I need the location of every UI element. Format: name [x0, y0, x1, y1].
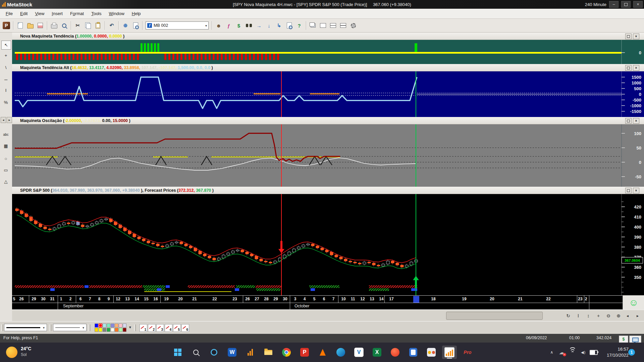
zoom-icon[interactable] — [130, 21, 141, 30]
pane-restore-button[interactable] — [625, 118, 632, 124]
rectangle-tool[interactable]: ▭ — [1, 166, 10, 174]
template-button-4[interactable]: 4 — [165, 324, 172, 332]
print-preview-icon[interactable] — [59, 21, 69, 30]
color-swatch[interactable] — [103, 328, 106, 332]
color-swatch[interactable] — [111, 323, 114, 327]
paste-icon[interactable] — [93, 21, 103, 30]
percent-tool[interactable]: % — [1, 98, 10, 107]
template-button-6[interactable]: 6 — [181, 324, 189, 332]
vscode-icon[interactable]: V — [352, 346, 366, 359]
menu-format[interactable]: Format — [66, 10, 88, 17]
menu-file[interactable]: File — [2, 10, 16, 17]
template-button-5[interactable]: 5 — [173, 324, 181, 332]
open-icon[interactable] — [25, 21, 35, 30]
expert-advisor-icon[interactable]: ☻ — [214, 21, 224, 30]
chart-app-icon[interactable] — [243, 346, 258, 359]
pro-icon[interactable]: Pro — [460, 346, 475, 359]
menu-window[interactable]: Window — [105, 10, 128, 17]
chart-window-icon[interactable] — [328, 21, 338, 30]
color-swatch[interactable] — [99, 323, 102, 327]
start-button[interactable] — [170, 346, 185, 359]
pane-plot-0[interactable]: 0 — [12, 40, 644, 64]
scroll-left-button[interactable]: ◄ — [623, 311, 632, 320]
pane-restore-button[interactable] — [625, 65, 632, 71]
ellipse-tool[interactable]: ○ — [1, 155, 10, 163]
expert-arrow-icon[interactable]: → — [254, 21, 264, 30]
indicator-builder-icon[interactable]: ƒ — [224, 21, 234, 30]
color-swatch[interactable] — [95, 323, 98, 327]
pane-plot-2[interactable]: 100500-50 — [12, 124, 644, 187]
metastock-icon[interactable] — [442, 346, 457, 359]
minimize-button[interactable]: – — [609, 1, 619, 8]
color-swatch[interactable] — [107, 328, 110, 332]
cursor-icon[interactable]: I — [574, 311, 583, 320]
copy-icon[interactable] — [83, 21, 93, 30]
grid-tool[interactable]: ▦ — [1, 142, 10, 150]
calculator-icon[interactable] — [406, 346, 421, 359]
onedrive-icon[interactable]: ☁× — [557, 348, 566, 356]
print-icon[interactable] — [49, 21, 59, 30]
pane-close-button[interactable]: × — [633, 34, 639, 39]
line-weight-combo[interactable]: ▾ — [53, 324, 87, 331]
word-icon[interactable]: W — [225, 346, 239, 359]
battery-icon[interactable] — [589, 348, 598, 356]
zoom-out-icon[interactable]: ⊖ — [604, 311, 613, 320]
pane-plot-1[interactable]: 150010005000-500-1000-1500 — [12, 71, 644, 117]
taskbar-clock[interactable]: 16:57 17/10/2022 — [607, 346, 629, 358]
new-chart-icon[interactable] — [15, 21, 25, 30]
color-palette[interactable] — [95, 323, 127, 333]
menu-edit[interactable]: Edit — [16, 10, 31, 17]
date-axis[interactable]: 5262930311267891213141516192021222326272… — [12, 295, 644, 303]
line-style-combo[interactable]: ▾ — [4, 324, 47, 331]
scroll-right-button[interactable]: ► — [633, 311, 642, 320]
menu-insert[interactable]: Insert — [48, 10, 66, 17]
weather-desc[interactable]: Sol — [21, 352, 26, 357]
tile-horizontal-icon[interactable] — [318, 21, 328, 30]
pane-restore-button[interactable] — [625, 34, 632, 39]
pane-close-button[interactable]: × — [633, 118, 639, 124]
template-button-1[interactable]: 1 — [140, 324, 147, 332]
chrome-icon[interactable] — [279, 346, 294, 359]
pane-restore-button[interactable] — [625, 188, 632, 193]
pane-plot-3[interactable]: 420410400390380370360350 — [12, 194, 644, 295]
explorer-icon[interactable] — [244, 21, 254, 30]
monitor-status-button[interactable] — [629, 336, 641, 343]
wifi-icon[interactable] — [568, 348, 577, 356]
task-view-icon[interactable] — [207, 346, 221, 359]
file-explorer-icon[interactable] — [261, 346, 276, 359]
color-swatch[interactable] — [115, 328, 118, 332]
horizontal-scrollbar-thumb[interactable] — [446, 312, 543, 320]
optionscope-icon[interactable]: ↳ — [274, 21, 284, 30]
restore-button[interactable] — [621, 1, 631, 8]
color-swatch[interactable] — [123, 323, 126, 327]
browser-icon[interactable] — [388, 346, 402, 359]
edge-icon[interactable] — [333, 346, 348, 359]
symbol-combo[interactable]: fMB 002▾ — [146, 21, 209, 29]
undo-icon[interactable]: ↶ — [107, 21, 117, 30]
pdf-icon[interactable]: P — [297, 346, 312, 359]
menu-view[interactable]: View — [31, 10, 48, 17]
color-swatch[interactable] — [115, 323, 118, 327]
vertical-scale-icon[interactable]: ↕ — [584, 311, 593, 320]
pan-icon[interactable]: + — [594, 311, 603, 320]
weather-temp[interactable]: 24°C — [21, 346, 31, 351]
color-swatch[interactable] — [99, 328, 102, 332]
pointer-tool[interactable]: ↖ — [1, 41, 11, 50]
scroll-left-right[interactable]: ◄► — [1, 117, 12, 123]
menu-help[interactable]: Help — [128, 10, 145, 17]
crosshair-tool[interactable]: + — [1, 51, 10, 60]
color-swatch[interactable] — [111, 328, 114, 332]
trendline-tool[interactable]: \ — [1, 63, 10, 72]
template-button-3[interactable]: 3 — [156, 324, 164, 332]
pane-close-button[interactable]: × — [633, 65, 639, 71]
excel-icon[interactable]: X — [370, 346, 384, 359]
help-pointer-icon[interactable]: ? — [294, 21, 304, 30]
quotes-icon[interactable] — [284, 21, 294, 30]
color-swatch[interactable] — [95, 328, 98, 332]
abc-tool[interactable]: abc — [1, 130, 10, 139]
zoom-in-icon[interactable]: ⊕ — [614, 311, 623, 320]
cut-icon[interactable]: ✂ — [73, 21, 83, 30]
games-icon[interactable] — [424, 346, 439, 359]
vlc-icon[interactable] — [315, 346, 330, 359]
notification-badge[interactable]: 1 — [628, 349, 635, 356]
